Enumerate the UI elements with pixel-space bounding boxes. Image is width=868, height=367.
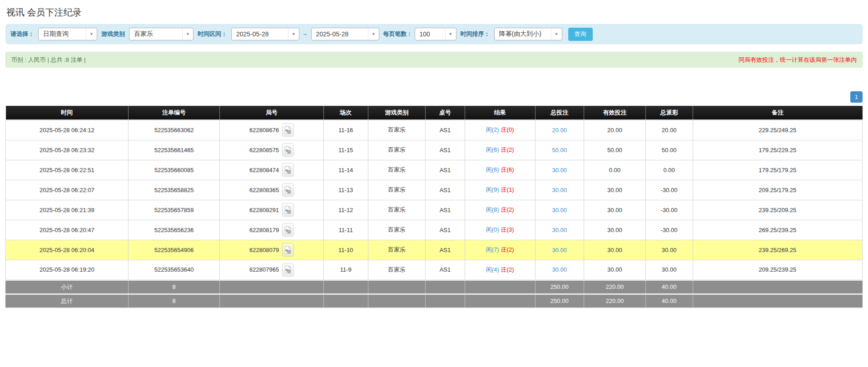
total-bet-link[interactable]: 30.00 — [552, 247, 567, 253]
col-header-valid-bet: 有效投注 — [584, 106, 646, 120]
result-cell: 闲(7)庄(2) — [465, 240, 535, 260]
time-sort-select[interactable]: 降幂(由大到小) ▼ — [494, 28, 562, 40]
round-id-cell: 622808676 — [220, 120, 323, 140]
date-range-separator: ~ — [303, 31, 307, 38]
video-file-icon[interactable] — [282, 203, 294, 217]
total-bet-link[interactable]: 30.00 — [552, 207, 567, 213]
result-player: 闲(2) — [486, 126, 499, 133]
subtotal-row: 小计 8 250.00 220.00 40.00 — [6, 280, 863, 294]
total-bet-link[interactable]: 20.00 — [552, 127, 567, 134]
round-id-value: 622807965 — [249, 266, 279, 273]
summary-bar: 币别 : 人民币 | 总共 :8 注单 | 同局有效投注，统一计算在该局第一张注… — [5, 52, 863, 68]
table-no-cell: AS1 — [426, 220, 465, 240]
chevron-down-icon: ▼ — [288, 28, 299, 40]
currency-summary-text: 币别 : 人民币 | 总共 :8 注单 | — [11, 56, 86, 64]
valid-bet-cell: 50.00 — [584, 140, 646, 160]
round-id-value: 622808474 — [249, 167, 279, 174]
session-cell: 11-11 — [323, 220, 368, 240]
table-no-cell: AS1 — [426, 180, 465, 200]
result-banker: 庄(2) — [501, 146, 514, 153]
total-bet-link[interactable]: 30.00 — [552, 167, 567, 174]
subtotal-empty-cell — [323, 280, 368, 294]
game-cell: 百家乐 — [368, 240, 425, 260]
round-id-cell: 622808575 — [220, 140, 323, 160]
game-cell: 百家乐 — [368, 200, 425, 220]
valid-bet-cell: 0.00 — [584, 160, 646, 180]
valid-bet-cell: 20.00 — [584, 120, 646, 140]
remark-cell: 239.25/269.25 — [693, 240, 863, 260]
round-id-cell: 622807965 — [220, 260, 323, 280]
video-file-icon[interactable] — [282, 263, 294, 277]
total-bet-link[interactable]: 30.00 — [552, 187, 567, 193]
video-file-icon[interactable] — [282, 223, 294, 237]
chevron-down-icon: ▼ — [86, 28, 97, 40]
round-id-value: 622808291 — [249, 207, 279, 213]
session-cell: 11-13 — [323, 180, 368, 200]
result-player: 闲(8) — [486, 206, 499, 213]
search-button[interactable]: 查询 — [568, 28, 593, 41]
round-id-value: 622808179 — [249, 227, 279, 233]
page-size-label: 每页笔数 : — [383, 30, 411, 38]
col-header-total-bet: 总投注 — [535, 106, 584, 120]
query-type-select[interactable]: 日期查询 ▼ — [38, 28, 97, 40]
remark-cell: 209.25/179.25 — [693, 180, 863, 200]
payout-cell: 0.00 — [645, 160, 693, 180]
total-bet-link[interactable]: 30.00 — [552, 227, 567, 233]
page: 视讯 会员下注纪录 请选择： 日期查询 ▼ 游戏类别 百家乐 ▼ 时间区间： 2… — [0, 6, 868, 308]
page-size-select[interactable]: 100 ▼ — [415, 28, 456, 40]
video-file-icon[interactable] — [282, 123, 294, 137]
video-file-icon[interactable] — [282, 243, 294, 257]
round-id-cell: 622808474 — [220, 160, 323, 180]
game-cell: 百家乐 — [368, 140, 425, 160]
bet-records-table: 时间 注单编号 局号 场次 游戏类别 桌号 结果 总投注 有效投注 总派彩 备注… — [5, 106, 863, 308]
table-row: 2025-05-28 06:22:07 522535658825 6228083… — [6, 180, 863, 200]
grand-total-empty-cell — [465, 294, 535, 308]
time-cell: 2025-05-28 06:20:47 — [6, 220, 129, 240]
video-file-icon[interactable] — [282, 163, 294, 177]
game-category-label: 游戏类别 — [101, 30, 125, 38]
remark-cell: 229.25/249.25 — [693, 120, 863, 140]
video-file-icon[interactable] — [282, 143, 294, 157]
total-bet-cell: 50.00 — [535, 140, 584, 160]
table-no-cell: AS1 — [426, 240, 465, 260]
total-bet-cell: 30.00 — [535, 200, 584, 220]
session-cell: 11-12 — [323, 200, 368, 220]
subtotal-payout: 40.00 — [645, 280, 693, 294]
grand-total-count: 8 — [128, 294, 220, 308]
result-player: 闲(6) — [486, 146, 499, 153]
game-cell: 百家乐 — [368, 220, 425, 240]
remark-cell: 179.25/229.25 — [693, 140, 863, 160]
col-header-session: 场次 — [323, 106, 368, 120]
bet-id-cell: 522535660085 — [128, 160, 220, 180]
remark-cell: 269.25/239.25 — [693, 220, 863, 240]
subtotal-empty-cell — [465, 280, 535, 294]
time-cell: 2025-05-28 06:21:39 — [6, 200, 129, 220]
result-banker: 庄(2) — [501, 206, 514, 213]
game-category-select[interactable]: 百家乐 ▼ — [129, 28, 193, 40]
pagination: 1 — [5, 91, 863, 103]
date-to-value: 2025-05-28 — [316, 30, 349, 38]
total-bet-link[interactable]: 50.00 — [552, 147, 567, 154]
table-no-cell: AS1 — [426, 200, 465, 220]
subtotal-total-bet: 250.00 — [535, 280, 584, 294]
date-from-select[interactable]: 2025-05-28 ▼ — [231, 28, 299, 40]
game-cell: 百家乐 — [368, 260, 425, 280]
page-1-button[interactable]: 1 — [850, 91, 863, 103]
result-banker: 庄(6) — [501, 166, 514, 173]
video-file-icon[interactable] — [282, 183, 294, 197]
remark-cell: 179.25/179.25 — [693, 160, 863, 180]
remark-cell: 239.25/209.25 — [693, 200, 863, 220]
session-cell: 11-16 — [323, 120, 368, 140]
result-player: 闲(4) — [486, 266, 499, 273]
bet-id-cell: 522535656236 — [128, 220, 220, 240]
valid-bet-note-text: 同局有效投注，统一计算在该局第一张注单内 — [739, 56, 857, 64]
chevron-down-icon: ▼ — [445, 28, 456, 40]
result-player: 闲(9) — [486, 186, 499, 193]
round-id-value: 622808079 — [249, 247, 279, 253]
total-bet-link[interactable]: 30.00 — [552, 266, 567, 273]
time-range-label: 时间区间： — [198, 30, 227, 38]
subtotal-empty-cell — [368, 280, 425, 294]
subtotal-empty-cell — [426, 280, 465, 294]
bet-id-cell: 522535653640 — [128, 260, 220, 280]
date-to-select[interactable]: 2025-05-28 ▼ — [311, 28, 379, 40]
